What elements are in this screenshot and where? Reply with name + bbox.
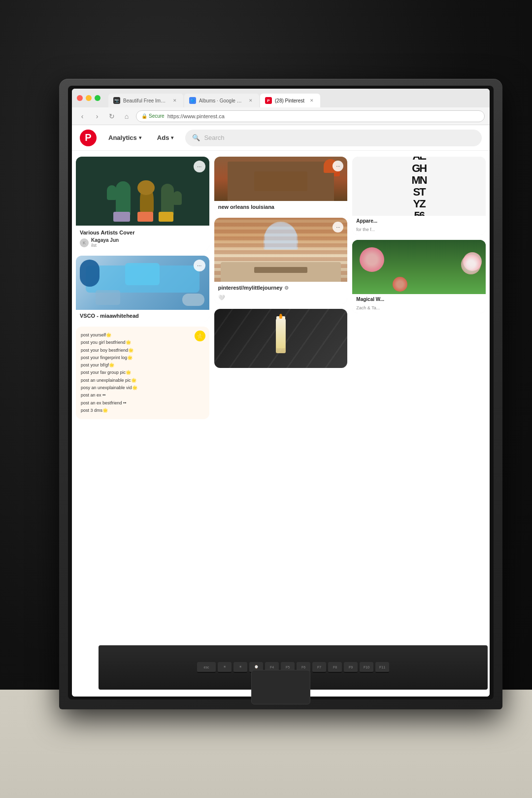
pinterest-logo[interactable]: P bbox=[80, 130, 97, 146]
key-f9[interactable]: F9 bbox=[344, 662, 358, 673]
pin-image-new-orleans bbox=[214, 157, 348, 201]
typography-subtitle: for the f... bbox=[356, 227, 375, 232]
pin-image-typography: AEGHMNSTYZ56 bbox=[352, 157, 486, 216]
key-f7[interactable]: F7 bbox=[312, 662, 326, 673]
google-photos-favicon: 🔷 bbox=[189, 97, 196, 104]
tab-pinterest[interactable]: P (28) Pinterest ✕ bbox=[260, 94, 320, 107]
pin-image-vsco bbox=[76, 256, 209, 310]
analytics-label: Analytics bbox=[108, 134, 137, 141]
pin-user-various-artists: K Kagaya Jun ilst bbox=[80, 237, 205, 248]
url-bar[interactable]: 🔒 Secure https://www.pinterest.ca bbox=[136, 110, 485, 122]
url-text: https://www.pinterest.ca bbox=[167, 113, 225, 119]
key-f10[interactable]: F10 bbox=[360, 662, 373, 673]
pin-card-post-list[interactable]: post yourself🌟 post you girl bestfriend🌟… bbox=[76, 327, 209, 419]
ads-label: Ads bbox=[157, 134, 169, 141]
maximize-button[interactable] bbox=[95, 95, 100, 101]
pin-card-new-orleans[interactable]: new orleans louisiana ··· bbox=[214, 157, 348, 213]
secure-label: Secure bbox=[149, 113, 165, 119]
pin-card-typography[interactable]: AEGHMNSTYZ56 Appare... for the f... bbox=[352, 157, 486, 235]
pin-column-3: AEGHMNSTYZ56 Appare... for the f... bbox=[352, 157, 486, 313]
user-name-text: Kagaya Jun bbox=[91, 237, 119, 243]
pin-title-various-artists: Various Artists Cover bbox=[80, 230, 205, 235]
pin-image-garden bbox=[352, 240, 486, 294]
user-sub-text: ilst bbox=[91, 243, 119, 248]
home-button[interactable]: ⌂ bbox=[121, 111, 132, 122]
pinterest-nav: P Analytics ▾ Ads ▾ 🔍 Search bbox=[72, 125, 490, 151]
post-list-badge: 🌟 bbox=[195, 331, 205, 341]
secure-badge: 🔒 Secure bbox=[141, 113, 165, 119]
pin-card-interior[interactable]: pinterest//mylittlejourney ⚙ 🤍 ··· bbox=[214, 218, 348, 304]
key-f2[interactable]: ☀ bbox=[233, 662, 247, 673]
browser-window: 📷 Beautiful Free Images & Pictur... ✕ 🔷 … bbox=[72, 89, 490, 697]
ads-chevron-icon: ▾ bbox=[171, 135, 173, 140]
forward-button[interactable]: › bbox=[92, 111, 102, 122]
pin-sub-garden: Zach & Ta... bbox=[352, 304, 486, 313]
tab-google-photos-label: Albums · Google Photos bbox=[199, 98, 243, 103]
pin-more-various-artists[interactable]: ··· bbox=[194, 161, 205, 172]
laptop-trackpad[interactable] bbox=[251, 670, 310, 704]
plant-1 bbox=[116, 181, 131, 216]
key-f1[interactable]: ☀ bbox=[218, 662, 232, 673]
search-placeholder: Search bbox=[204, 134, 224, 141]
minimize-button[interactable] bbox=[86, 95, 92, 101]
title-bar: 📷 Beautiful Free Images & Pictur... ✕ 🔷 … bbox=[72, 89, 490, 107]
pin-sub-typography: for the f... bbox=[352, 226, 486, 235]
ads-nav-item[interactable]: Ads ▾ bbox=[153, 131, 178, 144]
pinterest-logo-text: P bbox=[85, 132, 91, 143]
user-name: Kagaya Jun ilst bbox=[91, 237, 119, 248]
plant-2 bbox=[140, 185, 154, 215]
pin-label-typography: Appare... bbox=[352, 216, 486, 226]
refresh-button[interactable]: ↻ bbox=[106, 111, 117, 122]
unsplash-favicon: 📷 bbox=[113, 97, 120, 104]
address-bar: ‹ › ↻ ⌂ 🔒 Secure https://www.pinterest.c… bbox=[72, 107, 490, 125]
tab-pinterest-label: (28) Pinterest bbox=[275, 98, 304, 103]
pin-sub-interior: 🤍 bbox=[214, 294, 348, 304]
pin-label-vsco: VSCO - miaawhitehead bbox=[76, 310, 209, 322]
search-box[interactable]: 🔍 Search bbox=[185, 130, 482, 146]
typography-text: AEGHMNSTYZ56 bbox=[412, 157, 427, 216]
back-button[interactable]: ‹ bbox=[77, 111, 88, 122]
tab-google-photos-close[interactable]: ✕ bbox=[247, 97, 254, 104]
tab-pinterest-close[interactable]: ✕ bbox=[308, 97, 315, 104]
key-f11[interactable]: F11 bbox=[375, 662, 389, 673]
lock-icon: 🔒 bbox=[141, 113, 147, 119]
pin-card-candle[interactable] bbox=[214, 309, 348, 368]
window-controls bbox=[77, 95, 100, 101]
garden-subtitle: Zach & Ta... bbox=[356, 305, 380, 310]
plant-3-pot bbox=[159, 212, 173, 222]
pin-card-garden[interactable]: Magical W... Zach & Ta... bbox=[352, 240, 486, 313]
key-f8[interactable]: F8 bbox=[328, 662, 342, 673]
pin-label-garden: Magical W... bbox=[352, 294, 486, 304]
tab-google-photos[interactable]: 🔷 Albums · Google Photos ✕ bbox=[184, 94, 259, 107]
pin-image-interior bbox=[214, 218, 348, 282]
pin-label-new-orleans: new orleans louisiana bbox=[214, 201, 348, 213]
pinterest-app: P Analytics ▾ Ads ▾ 🔍 Search bbox=[72, 125, 490, 697]
pin-info-various-artists: Various Artists Cover K Kagaya Jun ilst bbox=[76, 226, 209, 251]
pin-image-candle bbox=[214, 309, 348, 368]
typography-title: Appare... bbox=[356, 218, 377, 224]
pin-more-vsco[interactable]: ··· bbox=[194, 260, 205, 271]
analytics-nav-item[interactable]: Analytics ▾ bbox=[104, 131, 145, 144]
plant-2-pot bbox=[137, 212, 153, 222]
pin-card-vsco[interactable]: VSCO - miaawhitehead ··· bbox=[76, 256, 209, 322]
pin-image-post-list: post yourself🌟 post you girl bestfriend🌟… bbox=[76, 327, 209, 419]
screen-bezel: 📷 Beautiful Free Images & Pictur... ✕ 🔷 … bbox=[68, 86, 494, 699]
close-button[interactable] bbox=[77, 95, 83, 101]
analytics-chevron-icon: ▾ bbox=[139, 135, 141, 140]
search-icon: 🔍 bbox=[192, 134, 200, 141]
heart-icon: 🤍 bbox=[218, 295, 225, 301]
garden-title: Magical W... bbox=[356, 297, 384, 302]
laptop-body: 📷 Beautiful Free Images & Pictur... ✕ 🔷 … bbox=[59, 79, 502, 709]
post-list-text: post yourself🌟 post you girl bestfriend🌟… bbox=[81, 332, 204, 414]
pin-label-interior: pinterest//mylittlejourney ⚙ bbox=[214, 282, 348, 294]
pin-column-1: Various Artists Cover K Kagaya Jun ilst … bbox=[76, 157, 209, 419]
plant-1-pot bbox=[113, 212, 130, 222]
pinterest-favicon: P bbox=[265, 97, 272, 104]
key-esc[interactable]: esc bbox=[197, 662, 216, 673]
tab-unsplash[interactable]: 📷 Beautiful Free Images & Pictur... ✕ bbox=[108, 94, 183, 107]
pinterest-content: Various Artists Cover K Kagaya Jun ilst … bbox=[72, 151, 490, 697]
settings-icon: ⚙ bbox=[284, 285, 289, 291]
pin-card-various-artists[interactable]: Various Artists Cover K Kagaya Jun ilst … bbox=[76, 157, 209, 251]
tab-unsplash-close[interactable]: ✕ bbox=[171, 97, 178, 104]
user-avatar-kagaya: K bbox=[80, 238, 89, 247]
